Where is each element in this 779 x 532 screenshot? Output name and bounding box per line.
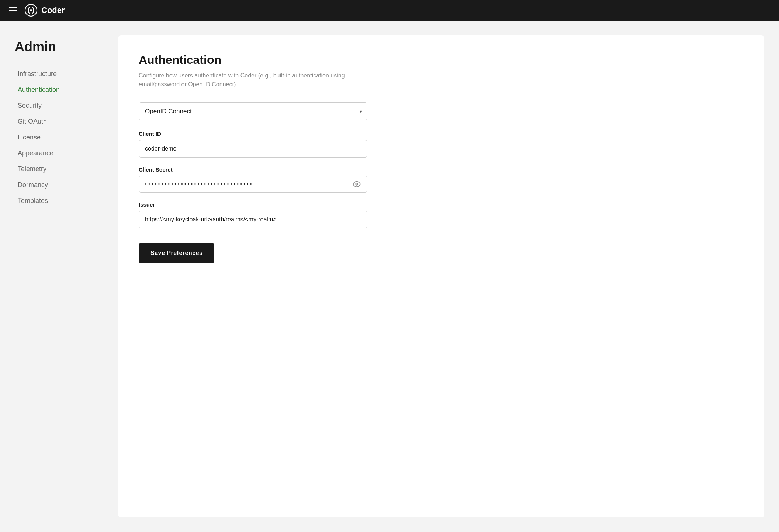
client-secret-label: Client Secret [139, 166, 367, 173]
coder-logo-icon [24, 4, 38, 17]
sidebar-item-infrastructure[interactable]: Infrastructure [15, 66, 111, 82]
auth-method-select[interactable]: Built-in OpenID Connect [139, 102, 367, 120]
issuer-field: Issuer [139, 201, 367, 228]
page-title: Authentication [139, 53, 744, 67]
svg-point-1 [30, 9, 32, 11]
sidebar-item-git-oauth[interactable]: Git OAuth [15, 114, 111, 129]
eye-icon [353, 180, 361, 188]
topnav: Coder [0, 0, 779, 21]
sidebar: Admin Infrastructure Authentication Secu… [15, 35, 111, 517]
save-preferences-button[interactable]: Save Preferences [139, 243, 214, 263]
hamburger-menu[interactable] [7, 6, 18, 15]
client-secret-input-wrapper [139, 176, 367, 193]
client-id-input[interactable] [139, 140, 367, 158]
issuer-input-wrapper [139, 211, 367, 228]
sidebar-item-license[interactable]: License [15, 130, 111, 145]
client-secret-field: Client Secret [139, 166, 367, 193]
client-id-input-wrapper [139, 140, 367, 158]
main-layout: Admin Infrastructure Authentication Secu… [0, 21, 779, 532]
sidebar-item-templates[interactable]: Templates [15, 193, 111, 208]
sidebar-title: Admin [15, 39, 111, 55]
client-id-field: Client ID [139, 131, 367, 158]
sidebar-item-dormancy[interactable]: Dormancy [15, 177, 111, 193]
toggle-password-visibility-button[interactable] [351, 179, 362, 190]
sidebar-item-security[interactable]: Security [15, 98, 111, 113]
sidebar-item-appearance[interactable]: Appearance [15, 146, 111, 161]
issuer-input[interactable] [139, 211, 367, 228]
sidebar-item-telemetry[interactable]: Telemetry [15, 162, 111, 177]
app-logo: Coder [24, 4, 65, 17]
content-panel: Authentication Configure how users authe… [118, 35, 764, 517]
sidebar-nav: Infrastructure Authentication Security G… [15, 66, 111, 208]
issuer-label: Issuer [139, 201, 367, 208]
client-id-label: Client ID [139, 131, 367, 137]
auth-method-wrapper: Built-in OpenID Connect ▾ [139, 102, 367, 120]
client-secret-input[interactable] [139, 176, 367, 193]
page-description: Configure how users authenticate with Co… [139, 71, 360, 89]
sidebar-item-authentication[interactable]: Authentication [15, 82, 111, 97]
svg-point-2 [356, 183, 358, 185]
auth-form: Built-in OpenID Connect ▾ Client ID Clie… [139, 102, 367, 263]
app-name: Coder [41, 6, 65, 15]
